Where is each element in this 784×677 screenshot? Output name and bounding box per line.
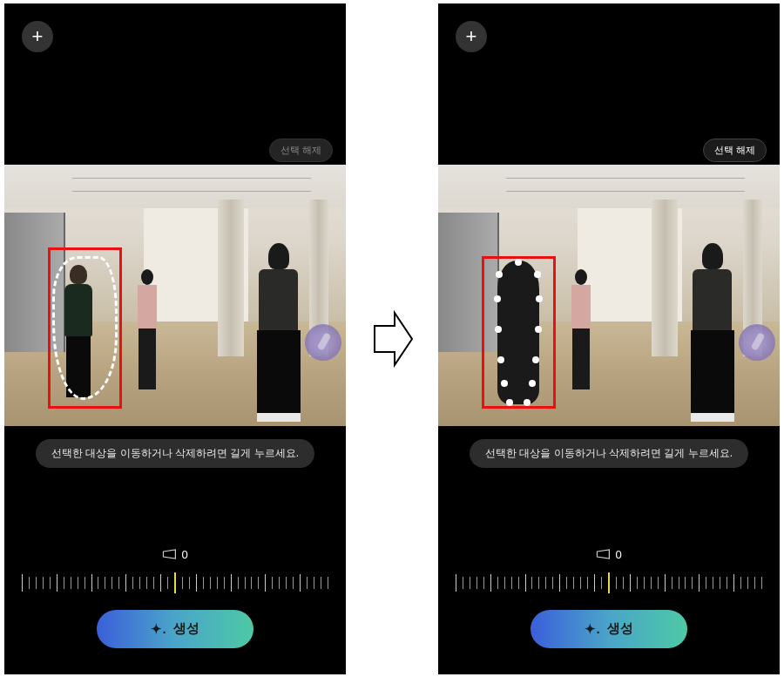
generate-button[interactable]: ✦. 생성 <box>531 610 687 648</box>
ruler-tick <box>196 574 197 592</box>
deselect-button[interactable]: 선택 해제 <box>703 139 767 162</box>
sparkle-icon: ✦. <box>151 621 166 637</box>
rotation-ruler[interactable] <box>22 570 328 596</box>
ruler-tick <box>29 577 30 589</box>
ruler-tick <box>279 577 280 589</box>
ruler-tick <box>57 574 57 592</box>
ruler-tick <box>189 577 190 589</box>
add-button[interactable]: + <box>22 21 53 52</box>
hint-tooltip: 선택한 대상을 이동하거나 삭제하려면 길게 누르세요. <box>470 439 748 468</box>
ruler-tick <box>224 577 225 589</box>
ruler-tick <box>470 577 470 589</box>
ruler-tick <box>637 577 638 589</box>
ruler-tick <box>587 577 588 589</box>
generate-label: 생성 <box>607 620 633 637</box>
scene-person-middle <box>135 269 159 391</box>
ruler-tick <box>307 577 308 589</box>
ruler-tick <box>43 577 44 589</box>
hint-tooltip: 선택한 대상을 이동하거나 삭제하려면 길게 누르세요. <box>36 439 314 468</box>
ruler-tick <box>608 572 610 593</box>
ruler-tick <box>531 577 532 589</box>
image-canvas[interactable] <box>438 165 780 426</box>
ruler-tick <box>146 577 147 589</box>
ruler-tick <box>552 577 553 589</box>
ruler-tick <box>217 577 218 589</box>
ruler-tick <box>545 577 546 589</box>
ruler-tick <box>231 574 232 592</box>
rotation-ruler[interactable] <box>456 570 762 596</box>
deselect-label: 선택 해제 <box>280 145 321 155</box>
add-button[interactable]: + <box>456 21 487 52</box>
hint-text: 선택한 대상을 이동하거나 삭제하려면 길게 누르세요. <box>485 447 733 459</box>
ruler-tick <box>84 577 85 589</box>
image-canvas[interactable] <box>4 165 346 426</box>
scene-column <box>652 200 678 356</box>
scene-column <box>218 200 244 356</box>
ruler-tick <box>538 577 539 589</box>
assist-circle-icon[interactable] <box>739 324 775 361</box>
ruler-tick <box>36 577 37 589</box>
ruler-tick <box>251 577 252 589</box>
ruler-tick <box>245 577 246 589</box>
ruler-tick <box>672 577 672 589</box>
top-bar: + <box>22 21 328 52</box>
ruler-tick <box>623 577 624 589</box>
ruler-tick <box>720 577 720 589</box>
ruler-tick <box>601 577 602 589</box>
angle-value: 0 <box>615 548 621 561</box>
assist-circle-icon[interactable] <box>305 324 341 361</box>
ruler-tick <box>132 577 133 589</box>
ruler-tick <box>456 574 456 592</box>
ruler-tick <box>203 577 204 589</box>
scene-person-right <box>254 243 302 417</box>
ruler-tick <box>525 574 526 592</box>
ruler-tick <box>328 577 328 589</box>
generate-label: 생성 <box>173 620 199 637</box>
scene-ceiling <box>438 165 780 208</box>
ruler-tick <box>160 574 161 592</box>
arrow-right-icon <box>370 304 414 374</box>
ruler-tick <box>594 574 595 592</box>
ruler-tick <box>566 577 567 589</box>
ruler-tick <box>463 577 463 589</box>
ruler-tick <box>293 577 294 589</box>
ruler-tick <box>651 577 652 589</box>
scene-ceiling <box>4 165 346 208</box>
ruler-tick <box>174 572 176 593</box>
ruler-tick <box>64 577 64 589</box>
hint-text: 선택한 대상을 이동하거나 삭제하려면 길게 누르세요. <box>51 447 299 459</box>
ruler-tick <box>321 577 321 589</box>
ruler-tick <box>258 577 259 589</box>
ruler-tick <box>210 577 211 589</box>
phone-screen-before: + 선택 해제 선택한 대상을 이동하거나 삭제하려면 길게 누르세요. 0 <box>4 3 346 674</box>
ruler-tick <box>740 577 741 589</box>
ruler-tick <box>167 577 168 589</box>
ruler-tick <box>559 574 560 592</box>
perspective-icon <box>596 549 610 559</box>
scene-person-right <box>688 243 736 417</box>
lasso-selection-outline[interactable] <box>52 256 118 400</box>
ruler-tick <box>504 577 505 589</box>
ruler-tick <box>616 577 617 589</box>
deselect-label: 선택 해제 <box>714 145 755 155</box>
deselect-button[interactable]: 선택 해제 <box>269 139 333 162</box>
ruler-tick <box>685 577 686 589</box>
ruler-tick <box>644 577 645 589</box>
ruler-tick <box>98 577 98 589</box>
ruler-tick <box>153 577 154 589</box>
ruler-tick <box>182 577 183 589</box>
ruler-tick <box>665 574 666 592</box>
generate-button[interactable]: ✦. 생성 <box>97 610 253 648</box>
angle-value: 0 <box>181 548 187 561</box>
filled-selection-mask[interactable] <box>497 261 539 404</box>
ruler-tick <box>706 577 706 589</box>
ruler-tick <box>630 574 631 592</box>
sparkle-icon: ✦. <box>585 621 599 637</box>
ruler-tick <box>490 574 491 592</box>
plus-icon: + <box>466 25 477 48</box>
ruler-tick <box>713 577 713 589</box>
ruler-tick <box>476 577 477 589</box>
ruler-tick <box>679 577 679 589</box>
ruler-tick <box>125 574 126 592</box>
ruler-tick <box>733 574 734 592</box>
